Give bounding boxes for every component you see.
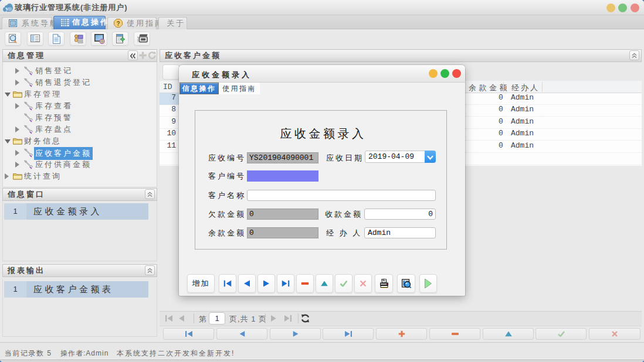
svg-text:?: ?	[117, 21, 122, 27]
